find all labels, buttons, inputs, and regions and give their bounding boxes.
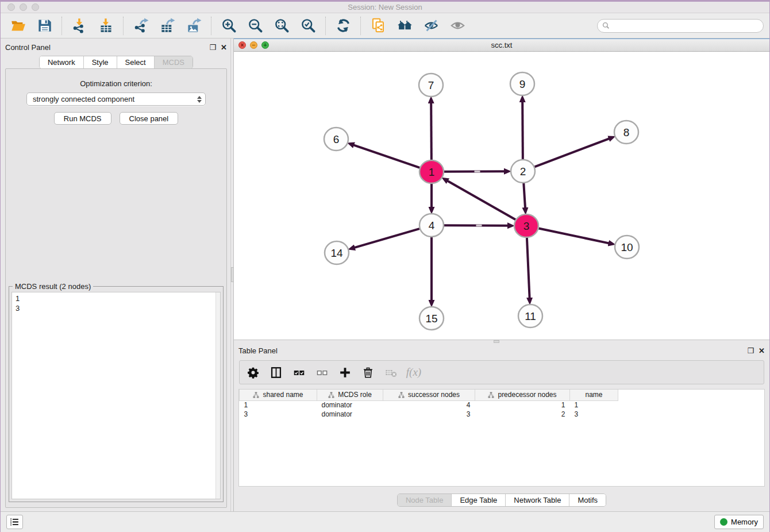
splitter-grip[interactable] (494, 340, 499, 343)
export-image-button[interactable] (182, 16, 205, 36)
graph-node-15[interactable]: 15 (419, 307, 444, 330)
search-field[interactable] (597, 19, 764, 33)
zoom-selected-button[interactable] (297, 16, 319, 36)
show-column-panel-icon[interactable] (268, 365, 283, 380)
search-input[interactable] (613, 22, 759, 30)
network-window-title: scc.txt (234, 41, 769, 49)
tab-style[interactable]: Style (83, 56, 117, 68)
network-maximize-button[interactable]: + (261, 41, 269, 49)
zoom-in-button[interactable] (217, 16, 240, 36)
graph-edge-2-3[interactable] (523, 183, 525, 209)
graph-edge-2-8[interactable] (534, 138, 610, 167)
column-header-shared-name[interactable]: shared name (240, 390, 317, 400)
graph-node-8[interactable]: 8 (614, 121, 638, 144)
graph-edge-1-6[interactable] (353, 145, 419, 168)
select-all-icon[interactable] (291, 365, 306, 380)
tab-mcds[interactable]: MCDS (154, 56, 192, 68)
zoom-out-button[interactable] (244, 16, 267, 36)
graph-node-14[interactable]: 14 (325, 241, 349, 264)
network-minimize-button[interactable]: − (250, 41, 257, 49)
optimization-criterion-label: Optimization criterion: (6, 79, 226, 88)
import-table-icon (98, 18, 114, 33)
column-header-mcds-role[interactable]: MCDS role (317, 390, 383, 400)
zoom-selected-icon (301, 18, 316, 33)
deselect-all-icon[interactable] (314, 365, 329, 380)
search-icon (602, 22, 610, 29)
graph-node-2[interactable]: 2 (511, 160, 535, 183)
import-network-button[interactable] (68, 16, 91, 36)
new-network-from-selection-button[interactable] (367, 16, 390, 36)
horizontal-splitter[interactable] (234, 340, 769, 343)
column-header-name[interactable]: name (570, 390, 618, 400)
table-row[interactable]: 3 dominator 3 2 3 (240, 410, 618, 419)
result-scrollbar[interactable] (215, 292, 220, 499)
edge-handle[interactable] (476, 225, 482, 226)
graph-edge-1-7[interactable] (431, 102, 432, 160)
table-row[interactable]: 1 dominator 4 1 1 (240, 400, 618, 410)
zoom-out-icon (248, 18, 263, 33)
network-graph: 7968124314101511 (234, 52, 769, 339)
float-panel-icon[interactable]: ❒ (747, 347, 754, 354)
tab-network-table[interactable]: Network Table (505, 494, 569, 506)
function-builder-icon[interactable]: f(x) (406, 365, 421, 380)
graph-node-9[interactable]: 9 (510, 72, 534, 95)
graph-node-4[interactable]: 4 (419, 214, 444, 237)
hide-selected-button[interactable] (419, 16, 442, 36)
graph-node-10[interactable]: 10 (615, 236, 639, 259)
close-panel-button[interactable]: Close panel (120, 112, 179, 125)
show-all-button[interactable] (446, 16, 469, 36)
graph-node-1[interactable]: 1 (419, 160, 444, 183)
refresh-button[interactable] (332, 16, 355, 36)
graph-node-3[interactable]: 3 (514, 214, 538, 237)
graph-edge-3-10[interactable] (538, 229, 609, 244)
result-item[interactable]: 1 (16, 294, 220, 303)
mcds-result-groupbox: MCDS result (2 nodes) 1 3 (9, 286, 224, 502)
network-close-button[interactable]: × (238, 41, 246, 49)
add-column-icon[interactable] (337, 365, 352, 380)
eye-slash-icon (424, 18, 439, 33)
run-mcds-button[interactable]: Run MCDS (54, 112, 111, 125)
column-header-successor-nodes[interactable]: successor nodes (383, 390, 475, 400)
gear-icon[interactable] (245, 365, 260, 380)
network-canvas[interactable]: 7968124314101511 (234, 52, 769, 340)
edge-handle[interactable] (475, 171, 480, 172)
mcds-result-list[interactable]: 1 3 (11, 292, 221, 499)
graph-edge-4-14[interactable] (354, 229, 419, 248)
tab-node-table[interactable]: Node Table (398, 494, 452, 506)
close-panel-icon[interactable]: ✕ (221, 44, 227, 51)
export-table-button[interactable] (156, 16, 179, 36)
graph-edge-3-11[interactable] (527, 238, 530, 299)
attribute-tree-icon (253, 392, 259, 398)
memory-button[interactable]: Memory (714, 515, 764, 529)
graph-node-11[interactable]: 11 (518, 304, 542, 327)
save-session-button[interactable] (33, 16, 56, 36)
column-header-predecessor-nodes[interactable]: predecessor nodes (475, 390, 570, 400)
zoom-fit-button[interactable] (270, 16, 293, 36)
tab-edge-table[interactable]: Edge Table (451, 494, 505, 506)
export-network-button[interactable] (129, 16, 152, 36)
tab-select[interactable]: Select (117, 56, 154, 68)
result-item[interactable]: 3 (16, 303, 220, 313)
tab-motifs[interactable]: Motifs (569, 494, 606, 506)
graph-edge-2-9[interactable] (522, 101, 523, 159)
import-table-button[interactable] (94, 16, 117, 36)
application-window: Session: New Session Control (0, 0, 770, 532)
memory-label: Memory (731, 518, 758, 526)
close-panel-icon[interactable]: ✕ (759, 347, 765, 354)
graph-node-6[interactable]: 6 (324, 128, 348, 151)
graph-node-label: 7 (428, 79, 434, 91)
task-history-button[interactable] (6, 515, 23, 529)
open-file-button[interactable] (6, 16, 29, 36)
network-window-titlebar[interactable]: × − + scc.txt (234, 39, 769, 52)
tab-network[interactable]: Network (40, 56, 83, 68)
graph-edge-3-1[interactable] (447, 180, 515, 219)
float-panel-icon[interactable]: ❒ (209, 44, 216, 51)
graph-node-7[interactable]: 7 (419, 74, 443, 97)
first-neighbors-button[interactable] (393, 16, 416, 36)
status-bar: Memory (1, 511, 769, 532)
delete-table-icon[interactable] (383, 365, 398, 380)
attribute-tree-icon (328, 392, 334, 398)
criterion-select[interactable]: strongly connected component (26, 92, 206, 106)
table-tabbar: Node Table Edge Table Network Table Moti… (397, 494, 606, 507)
delete-column-icon[interactable] (360, 365, 375, 380)
